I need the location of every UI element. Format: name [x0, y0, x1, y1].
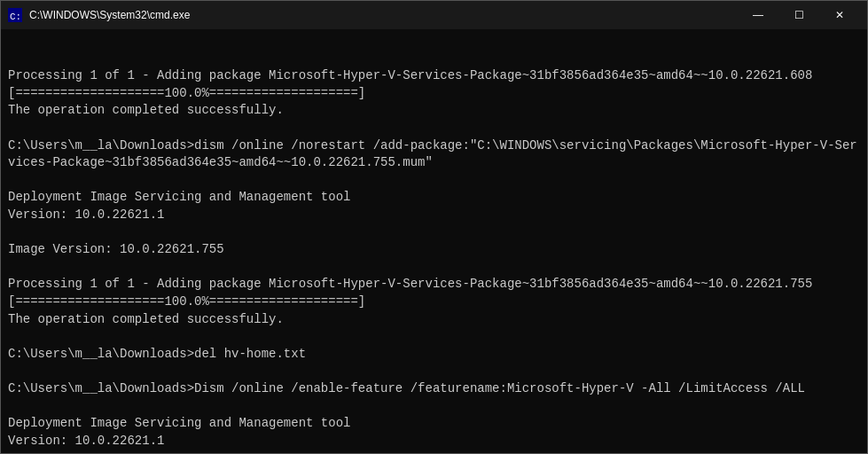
console-line: [====================100.0%=============… [8, 85, 860, 103]
console-line: Version: 10.0.22621.1 [8, 207, 860, 224]
console-line [8, 172, 860, 190]
console-line: Image Version: 10.0.22621.755 [8, 241, 860, 259]
console-line: Deployment Image Servicing and Managemen… [8, 189, 860, 207]
console-output[interactable]: Processing 1 of 1 - Adding package Micro… [1, 29, 867, 453]
console-line: C:\Users\m__la\Downloads>dism /online /n… [8, 137, 860, 172]
console-line: Deployment Image Servicing and Managemen… [8, 415, 860, 433]
console-line: C:\Users\m__la\Downloads>del hv-home.txt [8, 346, 860, 364]
title-bar: C: C:\WINDOWS\System32\cmd.exe — ☐ ✕ [1, 1, 867, 29]
close-button[interactable]: ✕ [819, 1, 860, 29]
console-line: Version: 10.0.22621.1 [8, 433, 860, 450]
window-controls: — ☐ ✕ [738, 1, 860, 29]
console-line [8, 397, 860, 415]
console-line [8, 224, 860, 242]
console-line: The operation completed successfully. [8, 311, 860, 329]
console-line: [====================100.0%=============… [8, 294, 860, 311]
svg-text:C:: C: [10, 12, 21, 22]
minimize-button[interactable]: — [738, 1, 778, 29]
console-line [8, 259, 860, 277]
console-line [8, 450, 860, 453]
window-title: C:\WINDOWS\System32\cmd.exe [29, 9, 738, 21]
console-line: The operation completed successfully. [8, 102, 860, 120]
console-line [8, 328, 860, 346]
console-line: Processing 1 of 1 - Adding package Micro… [8, 67, 860, 85]
console-line [8, 120, 860, 137]
maximize-button[interactable]: ☐ [778, 1, 819, 29]
cmd-window: C: C:\WINDOWS\System32\cmd.exe — ☐ ✕ Pro… [0, 0, 868, 454]
console-line: Processing 1 of 1 - Adding package Micro… [8, 276, 860, 294]
console-line: C:\Users\m__la\Downloads>Dism /online /e… [8, 380, 860, 398]
cmd-icon: C: [8, 8, 22, 22]
console-line [8, 363, 860, 380]
